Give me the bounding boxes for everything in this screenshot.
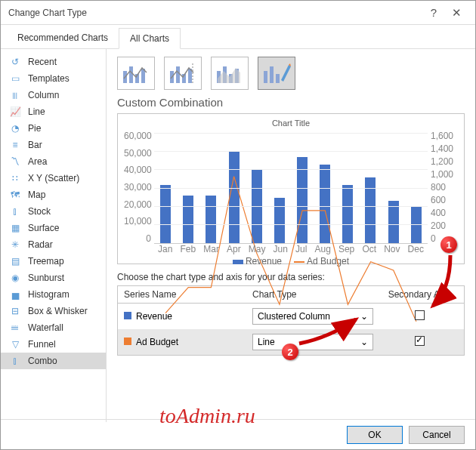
chart-type-icon: ⫿: [8, 206, 22, 217]
sidebar-item-column[interactable]: ⫼Column: [1, 87, 106, 103]
svg-rect-16: [276, 74, 280, 83]
sidebar-item-bar[interactable]: ≡Bar: [1, 137, 106, 153]
sidebar-item-treemap[interactable]: ▤Treemap: [1, 253, 106, 270]
chart-type-icon: 🗺: [8, 190, 22, 200]
chart-type-sidebar: ↺Recent▭Templates⫼Column📈Line◔Pie≡Bar〽Ar…: [1, 49, 107, 422]
secondary-axis-checkbox-revenue[interactable]: [415, 310, 425, 320]
combo-subtype-custom[interactable]: [258, 57, 295, 90]
sidebar-item-stock[interactable]: ⫿Stock: [1, 203, 106, 220]
help-button[interactable]: ?: [422, 6, 445, 19]
svg-rect-1: [129, 66, 133, 83]
primary-y-axis: 60,00050,00040,00030,00020,00010,0000: [124, 131, 151, 244]
sidebar-item-surface[interactable]: ▦Surface: [1, 220, 106, 236]
chart-type-icon: ◔: [8, 123, 22, 134]
chart-type-icon: ⩸: [8, 322, 22, 333]
arrow-2: [295, 315, 363, 347]
sidebar-item-funnel[interactable]: ▽Funnel: [1, 336, 106, 353]
secondary-axis-checkbox-adbudget[interactable]: [415, 336, 425, 346]
close-button[interactable]: ✕: [445, 6, 468, 20]
sidebar-item-area[interactable]: 〽Area: [1, 153, 106, 170]
sidebar-item-waterfall[interactable]: ⩸Waterfall: [1, 319, 106, 336]
secondary-y-axis: 1,6001,4001,2001,0008006004002000: [431, 131, 458, 244]
plot-area: [154, 134, 428, 244]
main-panel: Custom Combination Chart Title 60,00050,…: [107, 49, 475, 422]
chart-title: Chart Title: [124, 119, 458, 128]
tab-recommended-charts[interactable]: Recommended Charts: [7, 28, 119, 48]
cancel-button[interactable]: Cancel: [409, 426, 465, 444]
chart-type-icon: ◉: [8, 273, 22, 283]
callout-1: 1: [440, 236, 457, 253]
content-area: ↺Recent▭Templates⫼Column📈Line◔Pie≡Bar〽Ar…: [1, 49, 475, 422]
ok-button[interactable]: OK: [347, 426, 403, 444]
chart-type-icon: ▭: [8, 73, 22, 84]
svg-rect-15: [270, 66, 274, 83]
svg-rect-5: [176, 66, 180, 83]
sidebar-item-map[interactable]: 🗺Map: [1, 186, 106, 203]
arrow-1: [424, 251, 462, 312]
svg-marker-17: [281, 65, 291, 82]
chart-type-icon: ⊟: [8, 306, 22, 316]
chart-type-icon: ▽: [8, 339, 22, 350]
chart-type-icon: ∷: [8, 173, 22, 183]
dialog-footer: OK Cancel: [1, 419, 475, 449]
sidebar-item-x-y-scatter-[interactable]: ∷X Y (Scatter): [1, 170, 106, 186]
series-swatch-revenue: [124, 312, 131, 319]
svg-rect-14: [264, 71, 267, 83]
chart-type-icon: ▅: [8, 289, 22, 300]
chart-type-icon: ⫼: [8, 90, 22, 100]
section-title: Custom Combination: [117, 96, 465, 109]
chart-type-icon: ✳: [8, 239, 22, 250]
line-series: [154, 134, 428, 407]
sidebar-item-sunburst[interactable]: ◉Sunburst: [1, 270, 106, 286]
chart-type-icon: 📈: [8, 106, 22, 117]
chart-type-icon: ▤: [8, 256, 22, 267]
sidebar-item-histogram[interactable]: ▅Histogram: [1, 286, 106, 303]
combo-subtype-3[interactable]: [211, 57, 249, 90]
sidebar-item-box-whisker[interactable]: ⊟Box & Whisker: [1, 303, 106, 319]
tab-all-charts[interactable]: All Charts: [119, 28, 181, 49]
sidebar-item-combo[interactable]: ⫿Combo: [1, 353, 106, 369]
chart-type-icon: ↺: [8, 57, 22, 67]
combo-subtype-1[interactable]: [117, 57, 155, 90]
sidebar-item-pie[interactable]: ◔Pie: [1, 120, 106, 137]
title-bar: Change Chart Type ? ✕: [1, 1, 475, 25]
sidebar-item-line[interactable]: 📈Line: [1, 103, 106, 120]
tab-strip: Recommended Charts All Charts: [1, 25, 475, 49]
chart-preview: Chart Title 60,00050,00040,00030,00020,0…: [117, 113, 465, 264]
chart-type-icon: ▦: [8, 223, 22, 233]
chart-type-icon: ≡: [8, 140, 22, 150]
sidebar-item-recent[interactable]: ↺Recent: [1, 54, 106, 70]
chart-type-icon: ⫿: [8, 356, 22, 366]
sidebar-item-templates[interactable]: ▭Templates: [1, 70, 106, 87]
series-swatch-adbudget: [124, 338, 131, 345]
combo-subtype-row: [117, 57, 465, 90]
window-title: Change Chart Type: [8, 8, 422, 18]
x-axis-labels: JanFebMarAprMayJunJulAugSepOctNovDec: [154, 244, 428, 254]
chart-type-icon: 〽: [8, 156, 22, 167]
combo-subtype-2[interactable]: [164, 57, 202, 90]
sidebar-item-radar[interactable]: ✳Radar: [1, 236, 106, 253]
